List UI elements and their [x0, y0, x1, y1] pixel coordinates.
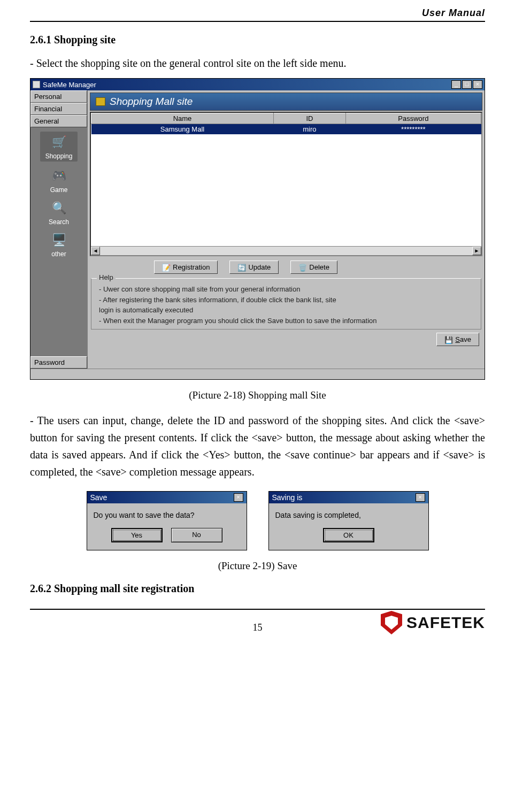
scroll-left-button[interactable]: ◄ [91, 247, 100, 255]
folder-icon [96, 97, 105, 106]
panel-title: Shopping Mall site [110, 96, 193, 108]
titlebar: SafeMe Manager _ □ × [30, 79, 485, 90]
brand-logo: SAFETEK [381, 611, 485, 634]
save-dialog-titlebar: Save × [87, 492, 247, 503]
table-row[interactable]: Samsung Mall miro ********* [91, 124, 481, 135]
header-rule [30, 21, 485, 22]
col-name[interactable]: Name [91, 113, 274, 124]
sidebar-item-label: Game [50, 186, 68, 194]
delete-label: Delete [309, 263, 329, 271]
sidebar-item-game[interactable]: 🎮 Game [50, 167, 68, 194]
figure-caption-219: (Picture 2-19) Save [30, 560, 485, 572]
scroll-right-button[interactable]: ► [472, 247, 481, 255]
delete-icon: 🗑️ [298, 264, 306, 271]
dialog-row: Save × Do you want to save the data? Yes… [30, 491, 485, 550]
section-heading-262: 2.6.2 Shopping mall site registration [30, 583, 485, 595]
update-label: Update [248, 263, 271, 271]
action-row: 📝 Registration 🔄 Update 🗑️ Delete [90, 256, 482, 277]
intro-text-261: - Select the shopping site on the genera… [30, 55, 485, 72]
scroll-track[interactable] [100, 247, 472, 255]
close-icon[interactable]: × [234, 493, 243, 502]
save-label: Save [455, 335, 471, 343]
sidebar-item-shopping[interactable]: 🛒 Shopping [40, 132, 78, 162]
shield-icon [381, 611, 402, 634]
page-number: 15 [253, 622, 263, 633]
delete-button[interactable]: 🗑️ Delete [290, 261, 337, 274]
help-line: login is automatically executed [99, 305, 475, 316]
save-dialog: Save × Do you want to save the data? Yes… [87, 491, 247, 550]
brand-name: SAFETEK [406, 614, 485, 632]
saving-done-dialog: Saving is × Data saving is completed, OK [268, 491, 429, 550]
help-line: - After registering the bank sites infor… [99, 295, 475, 305]
page-footer: 15 SAFETEK [30, 610, 485, 642]
close-icon[interactable]: × [416, 493, 425, 502]
registration-label: Registration [173, 263, 210, 271]
search-icon: 🔍 [50, 199, 68, 217]
sidebar-item-search[interactable]: 🔍 Search [49, 199, 69, 226]
sidebar-item-label: other [50, 250, 68, 258]
panel-header: Shopping Mall site [90, 93, 482, 111]
table-area: Name ID Password Samsung Mall miro *****… [90, 112, 482, 256]
shopping-table: Name ID Password Samsung Mall miro *****… [91, 113, 481, 134]
update-icon: 🔄 [237, 264, 245, 271]
done-dialog-title: Saving is [272, 493, 416, 502]
window-title: SafeMe Manager [43, 81, 451, 89]
col-id[interactable]: ID [274, 113, 346, 124]
yes-button[interactable]: Yes [111, 528, 163, 542]
cell-name: Samsung Mall [91, 124, 274, 135]
sidebar: Personal Financial General 🛒 Shopping 🎮 … [30, 90, 88, 369]
help-legend: Help [97, 273, 116, 281]
done-dialog-titlebar: Saving is × [269, 492, 428, 503]
sidebar-item-label: Search [49, 218, 69, 226]
registration-button[interactable]: 📝 Registration [154, 261, 218, 274]
header-title: User Manual [30, 7, 485, 21]
app-window: SafeMe Manager _ □ × Personal Financial … [30, 78, 485, 380]
sidebar-tab-general[interactable]: General [30, 115, 87, 127]
sidebar-item-other[interactable]: 🖥️ other [50, 231, 68, 258]
no-button[interactable]: No [171, 528, 222, 542]
col-password[interactable]: Password [345, 113, 481, 124]
sidebar-tab-personal[interactable]: Personal [30, 90, 87, 103]
registration-icon: 📝 [162, 264, 170, 271]
save-icon: 💾 [444, 336, 452, 343]
sidebar-tab-password[interactable]: Password [30, 356, 87, 369]
help-group: Help - Uwer con store shopping mall site… [91, 278, 481, 330]
help-line: - Uwer con store shopping mall site from… [99, 284, 475, 295]
ok-button[interactable]: OK [323, 528, 374, 542]
figure-caption-218: (Picture 2-18) Shopping mall Site [30, 389, 485, 401]
cell-password: ********* [345, 124, 481, 135]
main-panel: Shopping Mall site Name ID Password [88, 90, 485, 369]
other-icon: 🖥️ [50, 231, 68, 249]
maximize-button[interactable]: □ [462, 80, 472, 89]
section-heading-261: 2.6.1 Shopping site [30, 34, 485, 46]
close-button[interactable]: × [473, 80, 482, 89]
horizontal-scrollbar[interactable]: ◄ ► [91, 246, 481, 255]
done-dialog-message: Data saving is completed, [269, 503, 428, 524]
update-button[interactable]: 🔄 Update [229, 261, 279, 274]
sidebar-item-label: Shopping [45, 152, 73, 160]
save-dialog-title: Save [90, 493, 234, 502]
game-icon: 🎮 [50, 167, 68, 185]
statusbar [30, 369, 485, 379]
sidebar-tab-financial[interactable]: Financial [30, 103, 87, 115]
body-text-261: - The users can input, change, delete th… [30, 412, 485, 480]
minimize-button[interactable]: _ [451, 80, 461, 89]
shopping-icon: 🛒 [50, 133, 68, 151]
save-button[interactable]: 💾 Save [436, 333, 479, 346]
app-icon [33, 81, 40, 88]
help-line: - When exit the Manager program you shou… [99, 316, 475, 326]
save-dialog-message: Do you want to save the data? [87, 503, 247, 524]
cell-id: miro [274, 124, 346, 135]
